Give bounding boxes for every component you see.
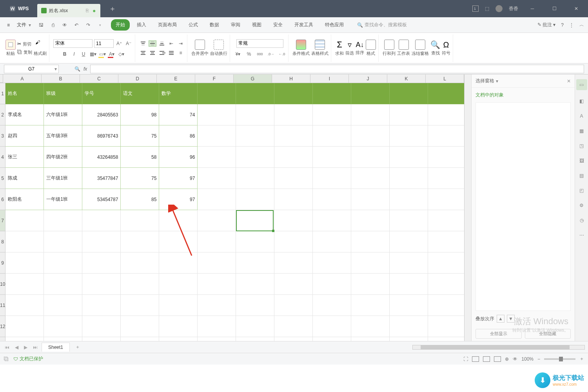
cell[interactable] [236, 83, 274, 104]
border-icon[interactable]: ▦▾ [89, 51, 97, 57]
cell[interactable] [198, 295, 236, 316]
cell[interactable] [236, 274, 274, 295]
cell[interactable]: 班级 [44, 83, 82, 104]
app-logo[interactable]: WPS [4, 3, 34, 14]
print-preview-icon[interactable]: 👁 [61, 21, 69, 29]
cell[interactable] [351, 337, 390, 341]
paste-button[interactable]: 粘贴 [5, 40, 16, 56]
cell[interactable]: 李成名 [5, 104, 44, 125]
cell[interactable] [274, 316, 313, 337]
sheet-nav-last[interactable]: ⏭ [31, 345, 39, 350]
align-right-icon[interactable] [158, 50, 166, 56]
cell[interactable] [44, 210, 82, 231]
cell[interactable] [159, 231, 198, 252]
tab-formula[interactable]: 公式 [184, 19, 203, 31]
cell[interactable] [313, 231, 351, 252]
more-button[interactable]: ⋮ [569, 22, 574, 28]
sheet-area[interactable]: ABCDEFGHIJKL 12345678910111213 姓名班级学号语文数… [0, 74, 464, 341]
cell[interactable] [313, 337, 351, 341]
document-protected[interactable]: 🛡 文档已保护 [13, 356, 43, 362]
cell[interactable] [274, 337, 313, 341]
cell[interactable] [159, 316, 198, 337]
bold-icon[interactable]: B [61, 51, 69, 57]
cell[interactable] [236, 316, 274, 337]
cut-button[interactable]: ✂剪切 [17, 41, 32, 47]
cell[interactable] [428, 337, 464, 341]
sheet-nav-prev[interactable]: ◀ [13, 345, 20, 350]
col-header-H[interactable]: H [272, 74, 310, 83]
thousands-icon[interactable]: 000 [256, 51, 264, 57]
cell[interactable] [313, 210, 351, 231]
cell[interactable]: 陈成 [5, 168, 44, 189]
cell[interactable] [428, 168, 464, 189]
hamburger-menu[interactable]: ≡ [4, 21, 13, 29]
cell[interactable] [274, 147, 313, 168]
close-pane-button[interactable]: ✕ [567, 78, 571, 84]
row-header-5[interactable]: 5 [0, 168, 5, 189]
cell[interactable]: 43264858 [82, 147, 121, 168]
align-top-icon[interactable] [139, 40, 147, 47]
font-color-icon[interactable]: A▾ [108, 51, 116, 57]
cell[interactable]: 六年级1班 [44, 104, 82, 125]
command-search[interactable]: 🔍 查找命令、搜索模板 [357, 22, 407, 28]
cell[interactable] [313, 295, 351, 316]
cell[interactable] [313, 83, 351, 104]
font-size-select[interactable] [94, 39, 114, 48]
tab-devtools[interactable]: 开发工具 [290, 19, 318, 31]
cell[interactable]: 96 [159, 147, 198, 168]
cell[interactable] [390, 316, 428, 337]
tab-view[interactable]: 视图 [247, 19, 266, 31]
cell[interactable] [390, 231, 428, 252]
help-button[interactable]: ? [561, 22, 564, 28]
cell[interactable] [428, 104, 464, 125]
cell[interactable]: 语文 [121, 83, 159, 104]
row-header-3[interactable]: 3 [0, 125, 5, 147]
cell[interactable] [198, 189, 236, 210]
col-header-B[interactable]: B [42, 74, 80, 83]
cell[interactable]: 86 [159, 125, 198, 147]
cell[interactable]: 一年级1班 [44, 189, 82, 210]
cell[interactable] [428, 316, 464, 337]
view-break-icon[interactable] [494, 356, 501, 362]
cell[interactable] [274, 274, 313, 295]
tab-security[interactable]: 安全 [269, 19, 287, 31]
align-middle-icon[interactable] [149, 40, 156, 47]
dropdown-icon[interactable]: ▾ [96, 21, 104, 29]
table-style-button[interactable]: 表格样式 [311, 40, 328, 56]
cell[interactable] [428, 295, 464, 316]
row-header-11[interactable]: 11 [0, 295, 5, 316]
col-header-K[interactable]: K [387, 74, 426, 83]
row-col-button[interactable]: 行和列 [383, 40, 396, 56]
cell[interactable] [351, 125, 390, 147]
zoom-in-button[interactable]: ＋ [579, 356, 584, 362]
cell[interactable]: 赵四 [5, 125, 44, 147]
font-name-select[interactable] [53, 39, 93, 48]
rail-more-icon[interactable]: ⋯ [578, 231, 586, 239]
clear-format-icon[interactable]: ◇▾ [117, 51, 125, 57]
tab-start[interactable]: 开始 [111, 19, 130, 31]
col-header-D[interactable]: D [118, 74, 157, 83]
row-header-10[interactable]: 10 [0, 274, 5, 295]
cell[interactable] [121, 274, 159, 295]
zoom-out-button[interactable]: − [537, 356, 540, 362]
cell[interactable] [198, 104, 236, 125]
cell[interactable] [313, 104, 351, 125]
cell[interactable] [198, 210, 236, 231]
cell[interactable] [351, 104, 390, 125]
cell[interactable] [236, 125, 274, 147]
sheet-nav-next[interactable]: ▶ [22, 345, 29, 350]
eye-icon[interactable]: 👁 [513, 356, 517, 362]
cell[interactable] [5, 252, 44, 274]
cell[interactable]: 三年级1班 [44, 168, 82, 189]
row-header-13[interactable]: 13 [0, 337, 5, 341]
cell[interactable] [82, 231, 121, 252]
cell[interactable] [236, 189, 274, 210]
cell[interactable]: 75 [121, 125, 159, 147]
cell[interactable] [274, 104, 313, 125]
cell[interactable] [236, 231, 274, 252]
cell[interactable] [313, 125, 351, 147]
cell[interactable] [44, 295, 82, 316]
tab-data[interactable]: 数据 [205, 19, 224, 31]
cell[interactable] [274, 125, 313, 147]
cells-grid[interactable]: 姓名班级学号语文数学李成名六年级1班284055639874赵四五年级3班869… [5, 83, 464, 341]
